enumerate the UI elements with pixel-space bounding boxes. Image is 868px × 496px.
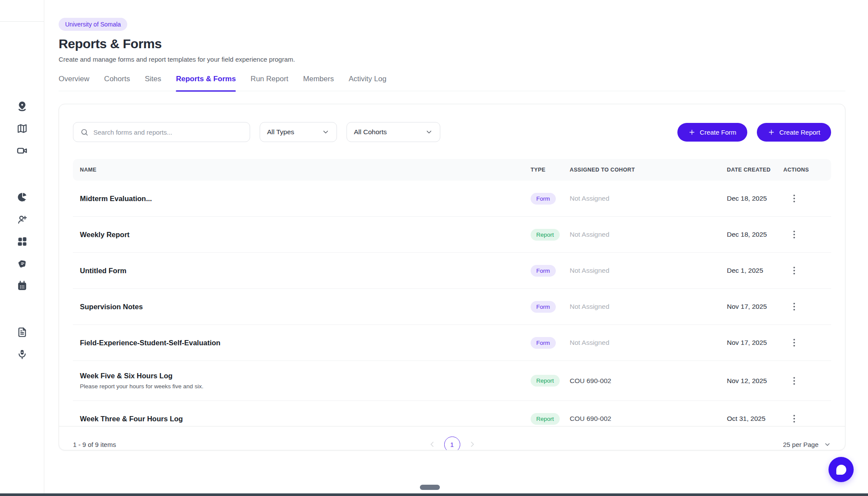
row-cohort: COU 690-002 [570, 377, 727, 385]
pie-chart-icon[interactable] [17, 192, 28, 203]
table-row[interactable]: Supervision Notes Form Not Assigned Nov … [73, 289, 831, 325]
row-cohort: Not Assigned [570, 267, 727, 274]
create-report-label: Create Report [779, 129, 820, 136]
row-actions-cell [783, 374, 831, 388]
map-icon[interactable] [17, 123, 28, 134]
next-page-icon[interactable] [468, 440, 477, 449]
cohort-filter-value: All Cohorts [354, 128, 387, 136]
table-row[interactable]: Midterm Evaluation... Form Not Assigned … [73, 181, 831, 217]
table-row[interactable]: Week Five & Six Hours Log Please report … [73, 361, 831, 401]
page-size-select[interactable]: 25 per Page [477, 441, 832, 448]
row-actions-menu-icon[interactable] [787, 374, 802, 388]
row-actions-cell [783, 299, 831, 314]
row-actions-menu-icon[interactable] [787, 411, 802, 426]
table-header: NAME TYPE ASSIGNED TO COHORT DATE CREATE… [73, 159, 831, 181]
tab-overview[interactable]: Overview [59, 75, 89, 91]
tab-reports-forms[interactable]: Reports & Forms [176, 75, 236, 91]
reports-forms-card: All Types All Cohorts Create Form Create… [59, 104, 845, 450]
tab-cohorts[interactable]: Cohorts [104, 75, 130, 91]
column-header-cohort: ASSIGNED TO COHORT [570, 167, 727, 173]
row-name[interactable]: Week Five & Six Hours Log [80, 372, 531, 380]
organization-badge: University of Somala [59, 18, 127, 31]
row-actions-cell [783, 263, 831, 278]
video-camera-icon[interactable] [17, 145, 28, 156]
search-icon [80, 128, 89, 136]
row-type-cell: Report [531, 375, 570, 387]
type-badge: Report [531, 229, 560, 241]
page-subtitle: Create and manage forms and report templ… [59, 56, 845, 63]
previous-page-icon[interactable] [427, 440, 437, 449]
row-actions-menu-icon[interactable] [787, 263, 802, 278]
row-actions-cell [783, 227, 831, 242]
chevron-down-icon [824, 441, 831, 448]
row-actions-menu-icon[interactable] [787, 299, 802, 314]
create-form-button[interactable]: Create Form [677, 123, 747, 142]
row-actions-menu-icon[interactable] [787, 335, 802, 350]
row-type-cell: Report [531, 413, 570, 425]
search-input[interactable] [93, 129, 243, 136]
tab-members[interactable]: Members [303, 75, 334, 91]
plus-icon [688, 129, 696, 136]
cohort-filter-select[interactable]: All Cohorts [347, 122, 440, 142]
type-badge: Form [531, 193, 556, 205]
row-name[interactable]: Field-Experience-Student-Self-Evaluation [80, 339, 531, 347]
type-badge: Form [531, 337, 556, 349]
current-page-button[interactable]: 1 [444, 436, 460, 451]
row-date: Dec 18, 2025 [727, 195, 783, 202]
tab-sites[interactable]: Sites [145, 75, 161, 91]
row-date: Oct 31, 2025 [727, 415, 783, 423]
row-name[interactable]: Midterm Evaluation... [80, 195, 531, 203]
row-name-cell: Supervision Notes [73, 303, 531, 311]
row-name[interactable]: Untitled Form [80, 267, 531, 275]
type-badge: Report [531, 413, 560, 425]
type-badge: Form [531, 301, 556, 313]
location-pin-icon[interactable] [17, 101, 28, 112]
pagination-bar: 1 - 9 of 9 items 1 25 per Page [59, 426, 845, 450]
plus-icon [768, 129, 775, 136]
search-box[interactable] [73, 122, 250, 142]
row-date: Dec 18, 2025 [727, 231, 783, 238]
table-row[interactable]: Untitled Form Form Not Assigned Dec 1, 2… [73, 253, 831, 289]
row-actions-cell [783, 335, 831, 350]
chevron-down-icon [425, 128, 433, 136]
row-date: Nov 17, 2025 [727, 303, 783, 311]
row-name-cell: Week Three & Four Hours Log [73, 415, 531, 423]
column-header-date: DATE CREATED [727, 167, 783, 173]
tab-activity-log[interactable]: Activity Log [349, 75, 386, 91]
table-row[interactable]: Week Three & Four Hours Log Report COU 6… [73, 401, 831, 426]
row-cohort: Not Assigned [570, 339, 727, 347]
row-date: Dec 1, 2025 [727, 267, 783, 274]
row-name[interactable]: Supervision Notes [80, 303, 531, 311]
table-row[interactable]: Field-Experience-Student-Self-Evaluation… [73, 325, 831, 361]
notes-stack-icon[interactable] [17, 258, 28, 269]
row-cohort: COU 690-002 [570, 415, 727, 423]
row-name[interactable]: Weekly Report [80, 231, 531, 239]
row-cohort: Not Assigned [570, 303, 727, 311]
column-header-name: NAME [73, 167, 531, 173]
create-report-button[interactable]: Create Report [757, 123, 831, 142]
tab-run-report[interactable]: Run Report [251, 75, 288, 91]
row-name[interactable]: Week Three & Four Hours Log [80, 415, 531, 423]
calendar-icon[interactable] [17, 280, 28, 291]
drag-handle[interactable] [420, 485, 440, 490]
row-actions-menu-icon[interactable] [787, 191, 802, 206]
pager: 1 [427, 436, 477, 451]
row-actions-menu-icon[interactable] [787, 227, 802, 242]
pagination-summary: 1 - 9 of 9 items [73, 441, 427, 448]
row-name-cell: Week Five & Six Hours Log Please report … [73, 372, 531, 390]
type-filter-select[interactable]: All Types [260, 122, 337, 142]
document-icon[interactable] [17, 327, 28, 338]
row-actions-cell [783, 191, 831, 206]
dashboard-grid-icon[interactable] [17, 236, 28, 247]
card-toolbar: All Types All Cohorts Create Form Create… [59, 104, 845, 148]
row-actions-cell [783, 411, 831, 426]
microphone-icon[interactable] [17, 349, 28, 360]
chat-launcher-button[interactable] [828, 457, 854, 482]
row-type-cell: Form [531, 337, 570, 349]
page-size-value: 25 per Page [783, 441, 818, 448]
table-row[interactable]: Weekly Report Report Not Assigned Dec 18… [73, 217, 831, 253]
type-badge: Report [531, 375, 560, 387]
column-header-actions: ACTIONS [783, 167, 831, 173]
create-form-label: Create Form [700, 129, 736, 136]
user-plus-icon[interactable] [17, 214, 28, 225]
